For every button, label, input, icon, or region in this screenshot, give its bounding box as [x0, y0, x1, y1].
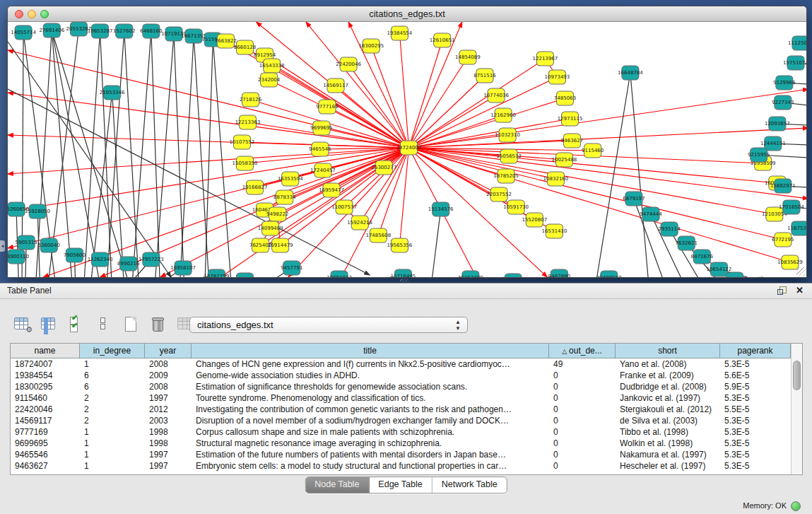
graph-node[interactable]: 16353594: [278, 172, 303, 186]
column-header-out_de[interactable]: △out_de...: [549, 344, 616, 358]
column-header-short[interactable]: short: [616, 344, 720, 358]
citation-edge-black[interactable]: [52, 30, 98, 277]
citation-edge-red[interactable]: [409, 148, 548, 277]
graph-node[interactable]: 9482880: [548, 269, 570, 277]
citation-edge-red[interactable]: [272, 66, 409, 148]
table-row[interactable]: 1938455462009Genome-wide association stu…: [11, 370, 791, 381]
table-row[interactable]: 1872400712008Changes of HCN gene express…: [11, 358, 791, 370]
network-canvas[interactable]: 1872400714055714276914062055328710653287…: [8, 22, 806, 277]
graph-node[interactable]: 14055714: [11, 25, 36, 40]
citation-edge-red[interactable]: [409, 128, 806, 148]
citation-edge-black[interactable]: [205, 40, 213, 277]
graph-node[interactable]: 11007537: [331, 200, 357, 214]
graph-node[interactable]: 11125059: [788, 36, 806, 50]
graph-node[interactable]: 8660128: [234, 40, 256, 54]
citation-edge-red[interactable]: [409, 57, 468, 148]
graph-node[interactable]: 2342004: [258, 73, 281, 87]
citation-edge-black[interactable]: [433, 209, 441, 277]
graph-node[interactable]: 19384554: [387, 26, 413, 40]
table-row[interactable]: 946554611997Estimation of the future num…: [11, 449, 791, 460]
graph-node[interactable]: 15134576: [428, 202, 454, 216]
graph-node[interactable]: 15056512: [496, 149, 522, 163]
column-header-in_degree[interactable]: in_degree: [80, 344, 145, 358]
column-header-name[interactable]: name: [11, 344, 80, 358]
graph-node[interactable]: 16153409: [458, 271, 483, 277]
delete-table-icon[interactable]: [148, 315, 167, 334]
graph-node[interactable]: 12490559: [596, 271, 622, 277]
citation-edge-red[interactable]: [409, 89, 806, 148]
hidden-panel-toggle[interactable]: ◂: [0, 240, 5, 252]
graph-node[interactable]: 6466160: [140, 24, 162, 38]
column-header-title[interactable]: title: [192, 344, 549, 358]
graph-node[interactable]: 9699695: [310, 121, 332, 135]
graph-node[interactable]: 8990216: [117, 257, 140, 271]
close-panel-icon[interactable]: ✕: [796, 285, 804, 296]
graph-node[interactable]: 11032310: [495, 128, 520, 142]
graph-node[interactable]: 14732596: [500, 274, 526, 277]
graph-node[interactable]: 12213967: [533, 52, 558, 66]
new-table-icon[interactable]: [122, 315, 140, 334]
graph-node[interactable]: 10691012: [326, 271, 352, 277]
citation-edge-red[interactable]: [8, 135, 409, 148]
graph-node[interactable]: 1527602: [113, 24, 135, 38]
window-titlebar[interactable]: citations_edges.txt: [8, 6, 806, 22]
graph-node[interactable]: 6772195: [772, 233, 794, 247]
column-chooser-icon[interactable]: [40, 315, 58, 334]
citation-edge-red[interactable]: [409, 98, 565, 148]
graph-node[interactable]: 8751516: [473, 69, 496, 83]
table-row[interactable]: 977716911998Corpus callosum shape and si…: [11, 426, 791, 438]
row-height-icon[interactable]: [94, 315, 112, 334]
table-row[interactable]: 969969511998Structural magnetic resonanc…: [11, 438, 791, 449]
graph-node[interactable]: 9777169: [316, 100, 338, 114]
graph-node[interactable]: 12610651: [430, 33, 455, 47]
table-row[interactable]: 946362711997Embryonic stem cells: a mode…: [11, 460, 791, 472]
graph-node[interactable]: 15058350: [233, 156, 258, 170]
citation-edge-black[interactable]: [124, 31, 139, 277]
select-mode-icon[interactable]: ✔ ✔: [67, 315, 86, 334]
citation-edge-black[interactable]: [84, 31, 100, 277]
graph-node[interactable]: 19166827: [242, 180, 268, 194]
table-selector-dropdown[interactable]: citations_edges.txt ▲▼: [189, 317, 468, 333]
table-settings-icon[interactable]: ⚙: [13, 315, 31, 334]
citation-edge-black[interactable]: [630, 73, 648, 277]
graph-node[interactable]: 9129966: [773, 76, 796, 90]
graph-node[interactable]: 12162960: [490, 108, 516, 122]
graph-node[interactable]: 9215955: [748, 148, 770, 162]
citation-edge-red[interactable]: [409, 148, 806, 199]
tab-network-table[interactable]: Network Table: [433, 477, 507, 493]
citation-edge-red[interactable]: [265, 55, 409, 148]
graph-node[interactable]: 15716485: [391, 269, 416, 277]
graph-node[interactable]: 7632621: [676, 236, 698, 250]
tab-edge-table[interactable]: Edge Table: [369, 477, 432, 493]
graph-node[interactable]: 16782759: [204, 269, 229, 277]
graph-node[interactable]: 9498222: [266, 207, 288, 221]
graph-node[interactable]: 16648784: [618, 66, 643, 80]
graph-node[interactable]: 17957223: [139, 252, 164, 267]
graph-node[interactable]: 12973115: [558, 112, 583, 126]
graph-node[interactable]: 18785205: [493, 169, 519, 183]
table-row[interactable]: 1830029562008Estimation of significance …: [11, 381, 791, 392]
graph-node[interactable]: 9227343: [772, 95, 794, 110]
graph-node[interactable]: 16958107: [170, 261, 196, 275]
graph-node[interactable]: 9115460: [582, 144, 604, 158]
citation-edge-red[interactable]: [409, 148, 790, 262]
column-header-year[interactable]: year: [145, 344, 192, 358]
table-row[interactable]: 911546021997Tourette syndrome. Phenomeno…: [11, 392, 791, 404]
graph-node[interactable]: 19565356: [387, 238, 413, 252]
citation-edge-black[interactable]: [8, 89, 370, 275]
tab-node-table[interactable]: Node Table: [305, 477, 369, 493]
graph-node[interactable]: 15924216: [347, 216, 372, 230]
graph-node[interactable]: 27691406: [39, 23, 64, 37]
graph-node[interactable]: 9465546: [309, 142, 331, 156]
graph-node[interactable]: 10832160: [543, 172, 569, 186]
panel-resize-grip[interactable]: [400, 279, 408, 282]
citation-edge-black[interactable]: [213, 40, 230, 277]
graph-node[interactable]: 12093857: [765, 117, 790, 131]
graph-node[interactable]: 8878334: [273, 190, 296, 204]
vertical-scrollbar[interactable]: [791, 344, 802, 474]
memory-status-indicator[interactable]: [791, 501, 801, 511]
graph-node[interactable]: 15751074: [783, 56, 806, 70]
graph-node[interactable]: 16914479: [268, 238, 293, 252]
table-row[interactable]: 1456911722003Disruption of a novel membe…: [11, 415, 791, 426]
graph-node[interactable]: 17485608: [365, 228, 391, 243]
